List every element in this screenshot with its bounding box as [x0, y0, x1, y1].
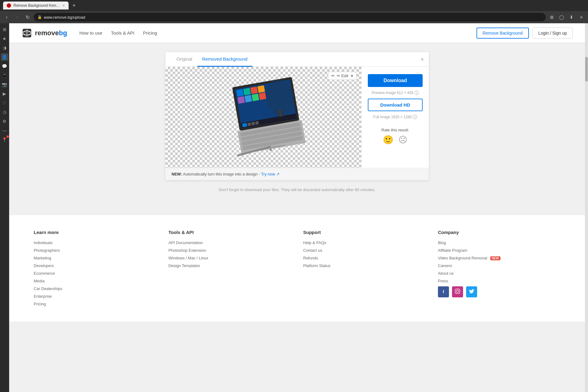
- banner-try-now-link[interactable]: Try now ↗: [261, 172, 279, 176]
- footer-link-design-templates[interactable]: Design Templates: [168, 263, 291, 268]
- svg-rect-16: [258, 85, 265, 93]
- footer-link-photographers[interactable]: Photographers: [34, 248, 156, 253]
- svg-rect-9: [242, 123, 247, 127]
- scrollbar-thumb[interactable]: [585, 57, 588, 81]
- svg-rect-12: [255, 121, 259, 125]
- scrollbar[interactable]: [585, 23, 588, 392]
- download-hd-button[interactable]: Download HD: [368, 99, 423, 111]
- tab-removed-background[interactable]: Removed Background: [197, 52, 252, 67]
- new-banner: NEW: Automatically turn this image into …: [165, 168, 429, 180]
- nav-tools-api[interactable]: Tools & API: [111, 30, 134, 36]
- sidebar-instagram-icon[interactable]: 📷: [1, 81, 8, 88]
- svg-rect-47: [455, 289, 460, 294]
- result-body: ✏ ✏ Edit ▾: [165, 67, 429, 168]
- browser-tab-active[interactable]: Remove Background from… ✕: [3, 2, 69, 9]
- logo-icon: [21, 28, 32, 39]
- rate-happy-icon[interactable]: 🙂: [383, 135, 394, 145]
- instagram-button[interactable]: [452, 286, 463, 297]
- site-header: removebg How to use Tools & API Pricing …: [9, 23, 585, 43]
- login-signup-button[interactable]: Login / Sign up: [533, 28, 573, 39]
- download-button[interactable]: Download: [368, 74, 423, 87]
- footer-tools-title: Tools & API: [168, 230, 291, 235]
- header-actions: Remove Background Login / Sign up: [477, 28, 573, 39]
- sidebar-star-icon[interactable]: ★: [1, 35, 8, 42]
- svg-rect-20: [259, 92, 266, 100]
- svg-rect-11: [251, 122, 255, 125]
- footer-link-windows-mac[interactable]: Windows / Mac / Linux: [168, 256, 291, 260]
- svg-rect-18: [244, 95, 252, 103]
- laptop-image: [168, 70, 358, 165]
- footer-link-developers[interactable]: Developers: [34, 263, 156, 268]
- facebook-icon: f: [443, 289, 444, 294]
- footer-link-media[interactable]: Media: [34, 279, 156, 283]
- address-text: www.remove.bg/upload: [44, 15, 85, 20]
- footer-link-video-bg[interactable]: Video Background Removal NEW: [438, 256, 560, 260]
- footer-link-enterprise[interactable]: Enterprise: [34, 294, 156, 299]
- footer-link-help-faqs[interactable]: Help & FAQs: [303, 240, 426, 245]
- browser-toolbar: ‹ › ↻ 🔒 www.remove.bg/upload ⊞ ◯ ⬇ ≡: [0, 11, 588, 23]
- sidebar-play-icon[interactable]: ▶: [1, 90, 8, 97]
- logo[interactable]: removebg: [21, 28, 67, 39]
- sidebar-user-icon[interactable]: 👤: [1, 53, 8, 61]
- footer-link-blog[interactable]: Blog: [438, 240, 560, 245]
- footer-link-ecommerce[interactable]: Ecommerce: [34, 271, 156, 276]
- remove-background-button[interactable]: Remove Background: [477, 28, 529, 39]
- result-tabs: Original Removed Background ×: [165, 52, 429, 67]
- facebook-button[interactable]: f: [438, 286, 449, 297]
- sidebar-messages-icon[interactable]: 💬: [1, 62, 8, 70]
- browser-titlebar: Remove Background from… ✕ +: [0, 0, 588, 11]
- profile-icon[interactable]: ◯: [557, 13, 566, 21]
- svg-point-48: [456, 290, 459, 292]
- sidebar-location-icon[interactable]: 📍: [1, 136, 8, 143]
- address-bar[interactable]: 🔒 www.remove.bg/upload: [34, 13, 546, 21]
- back-btn[interactable]: ‹: [2, 13, 11, 21]
- footer-link-pricing[interactable]: Pricing: [34, 302, 156, 306]
- laptop-svg: [205, 73, 322, 162]
- footer-support-title: Support: [303, 230, 426, 235]
- footer-link-photoshop[interactable]: Photoshop Extension: [168, 248, 291, 253]
- sidebar-half-circle-icon[interactable]: ◑: [1, 44, 8, 51]
- sidebar-settings-icon[interactable]: ⚙: [1, 118, 8, 125]
- twitter-icon: [469, 288, 474, 295]
- reload-btn[interactable]: ↻: [23, 13, 32, 21]
- footer-link-marketing[interactable]: Marketing: [34, 256, 156, 260]
- tab-original[interactable]: Original: [172, 52, 197, 67]
- sidebar-whatsapp-icon[interactable]: 📱: [1, 72, 8, 79]
- footer-link-individuals[interactable]: Individuals: [34, 240, 156, 245]
- extensions-icon[interactable]: ⊞: [548, 13, 556, 21]
- tab-close-btn[interactable]: ✕: [62, 4, 65, 8]
- footer-link-platform-status[interactable]: Platform Status: [303, 263, 426, 268]
- checkerboard-background: ✏ ✏ Edit ▾: [165, 67, 361, 168]
- nav-pricing[interactable]: Pricing: [143, 30, 157, 36]
- browser-sidebar: ⊞ ★ ◑ 👤 💬 📱 📷 ▶ ♡ ◷ ⚙ — 📍: [0, 23, 9, 392]
- footer-link-affiliate[interactable]: Affiliate Program: [438, 248, 560, 253]
- footer-link-api-docs[interactable]: API Documentation: [168, 240, 291, 245]
- main-content: Original Removed Background × ✏ ✏ Edit ▾: [159, 43, 435, 209]
- twitter-button[interactable]: [466, 286, 477, 297]
- sidebar-grid-icon[interactable]: ⊞: [1, 26, 8, 33]
- rate-label: Rate this result:: [381, 128, 409, 132]
- svg-rect-15: [250, 87, 258, 94]
- toolbar-icons: ⊞ ◯ ⬇ ≡: [548, 13, 586, 21]
- footer-support: Support Help & FAQs Contact us Refunds P…: [303, 230, 426, 309]
- footer-link-careers[interactable]: Careers: [438, 263, 560, 268]
- new-tab-btn[interactable]: +: [72, 2, 76, 9]
- footer-link-about[interactable]: About us: [438, 271, 560, 276]
- result-close-btn[interactable]: ×: [420, 56, 424, 62]
- sidebar-heart-icon[interactable]: ♡: [1, 99, 8, 107]
- menu-icon[interactable]: ≡: [577, 13, 586, 21]
- sidebar-minus-icon[interactable]: —: [1, 127, 8, 134]
- forward-btn[interactable]: ›: [13, 13, 21, 21]
- info-icon: i: [414, 91, 419, 95]
- edit-button[interactable]: ✏ ✏ Edit ▾: [328, 72, 356, 80]
- browser-body: ⊞ ★ ◑ 👤 💬 📱 📷 ▶ ♡ ◷ ⚙ — 📍: [0, 23, 588, 392]
- footer-link-contact[interactable]: Contact us: [303, 248, 426, 253]
- downloads-icon[interactable]: ⬇: [567, 13, 576, 21]
- footer-link-car-dealerships[interactable]: Car Dealerships: [34, 286, 156, 291]
- rate-sad-icon[interactable]: ☹: [398, 135, 407, 145]
- footer-link-press[interactable]: Press: [438, 279, 560, 283]
- nav-how-to-use[interactable]: How to use: [79, 30, 102, 36]
- footer-link-refunds[interactable]: Refunds: [303, 256, 426, 260]
- svg-rect-13: [236, 89, 244, 97]
- sidebar-history-icon[interactable]: ◷: [1, 108, 8, 116]
